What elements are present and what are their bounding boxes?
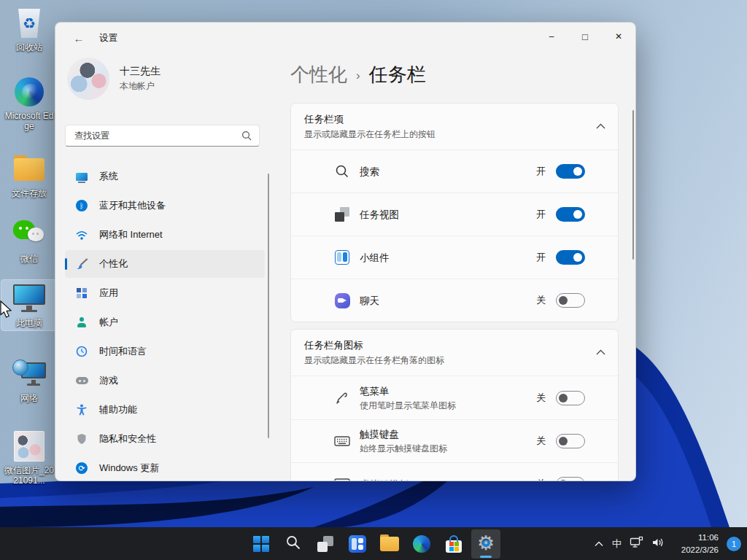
widgets-icon	[333, 250, 351, 265]
titlebar[interactable]: ← 设置 – □ ✕	[55, 23, 635, 53]
user-name: 十三先生	[120, 65, 160, 78]
sidebar-item-network[interactable]: 网络和 Internet	[65, 221, 265, 249]
toggle-state-label: 关	[536, 392, 546, 405]
microsoft-store-button[interactable]	[439, 529, 468, 559]
section-taskbar-items: 任务栏项 显示或隐藏显示在任务栏上的按钮 搜索 开 任务视图 开 小组件 开	[290, 103, 619, 322]
row-chat: 聊天 关	[291, 279, 618, 322]
taskbar-search-button[interactable]	[279, 529, 308, 559]
desktop-icon-label: 文件存放	[3, 188, 55, 198]
accessibility-icon	[75, 403, 88, 416]
sidebar-item-personalization[interactable]: 个性化	[65, 250, 265, 278]
task-view-button[interactable]	[311, 529, 340, 559]
desktop-icon-network[interactable]: 网络	[1, 355, 57, 405]
close-button[interactable]: ✕	[602, 23, 635, 50]
breadcrumb-parent[interactable]: 个性化	[290, 62, 347, 88]
back-button[interactable]: ←	[67, 27, 90, 49]
sidebar-item-apps[interactable]: 应用	[65, 279, 265, 307]
gear-icon: ⚙	[475, 533, 497, 555]
windows-logo-icon	[253, 536, 269, 552]
volume-icon[interactable]	[651, 537, 665, 551]
section-title: 任务栏角图标	[304, 339, 596, 352]
widgets-button[interactable]	[343, 529, 372, 559]
virtual-touchpad-toggle[interactable]	[556, 477, 585, 481]
toggle-state-label: 开	[536, 251, 546, 264]
pen-menu-toggle[interactable]	[556, 391, 585, 405]
start-button[interactable]	[247, 529, 276, 559]
minimize-button[interactable]: –	[535, 23, 568, 50]
section-header[interactable]: 任务栏角图标 显示或隐藏显示在任务栏角落的图标	[291, 330, 618, 376]
search-input[interactable]	[66, 131, 241, 141]
toggle-state-label: 开	[536, 165, 546, 178]
accounts-icon	[75, 316, 88, 329]
folder-icon	[14, 158, 44, 181]
sidebar-item-bluetooth[interactable]: ᛒ 蓝牙和其他设备	[65, 192, 265, 219]
mouse-cursor	[0, 300, 13, 319]
sidebar-item-system[interactable]: 系统	[65, 163, 265, 190]
sidebar-item-time-language[interactable]: 时间和语言	[65, 338, 265, 365]
notification-badge[interactable]: 1	[727, 537, 741, 551]
sidebar-item-accounts[interactable]: 帐户	[65, 308, 265, 336]
row-search: 搜索 开	[291, 149, 618, 192]
shield-icon	[75, 432, 88, 446]
chevron-up-icon[interactable]	[596, 345, 605, 358]
edge-button[interactable]	[407, 529, 436, 559]
edge-icon	[413, 535, 430, 553]
toggle-state-label: 关	[536, 478, 546, 481]
taskbar-clock[interactable]: 11:06 2022/3/26	[673, 532, 719, 555]
desktop-icon-label: 此电脑	[3, 318, 55, 328]
desktop-icon-label: 微信	[3, 254, 55, 264]
settings-button[interactable]: ⚙	[471, 529, 500, 559]
task-view-toggle[interactable]	[556, 207, 585, 222]
row-widgets: 小组件 开	[291, 236, 618, 279]
row-virtual-touchpad: 虚拟触摸板 关	[291, 462, 618, 481]
chat-toggle[interactable]	[556, 293, 585, 308]
keyboard-icon	[333, 435, 351, 448]
desktop-icon-recycle-bin[interactable]: ♻ 回收站	[1, 4, 57, 55]
sidebar-item-gaming[interactable]: 游戏	[65, 367, 265, 394]
system-icon	[75, 170, 88, 183]
maximize-icon: □	[582, 31, 588, 42]
sidebar-item-windows-update[interactable]: ⟳ Windows 更新	[65, 454, 265, 481]
settings-search[interactable]	[65, 125, 260, 147]
file-explorer-button[interactable]	[375, 529, 404, 559]
touch-keyboard-toggle[interactable]	[556, 434, 585, 448]
ethernet-icon[interactable]	[630, 536, 643, 551]
search-icon	[241, 131, 252, 141]
maximize-button[interactable]: □	[568, 23, 602, 50]
chevron-up-icon[interactable]	[596, 119, 605, 132]
close-icon: ✕	[615, 31, 622, 42]
search-toggle[interactable]	[556, 164, 585, 179]
sidebar-item-accessibility[interactable]: 辅助功能	[65, 396, 265, 424]
content-scrollbar[interactable]	[632, 110, 634, 260]
toggle-state-label: 关	[536, 294, 546, 307]
user-profile[interactable]: 十三先生 本地帐户	[67, 58, 160, 100]
ime-indicator[interactable]: 中	[612, 537, 622, 551]
desktop-icon-wechat-image[interactable]: 微信图片_2021091...	[1, 427, 57, 489]
desktop-icon-wechat[interactable]: 微信	[1, 216, 57, 266]
desktop-icon-label: 微信图片_2021091...	[3, 465, 55, 486]
toggle-state-label: 开	[536, 208, 546, 221]
desktop-icon-label: 网络	[3, 393, 55, 403]
user-account-type: 本地帐户	[120, 80, 160, 93]
widgets-toggle[interactable]	[556, 250, 585, 265]
personalization-icon	[75, 257, 88, 271]
tray-chevron-up-icon[interactable]	[594, 537, 604, 551]
avatar	[67, 58, 109, 100]
task-view-icon	[317, 536, 333, 552]
section-header[interactable]: 任务栏项 显示或隐藏显示在任务栏上的按钮	[291, 104, 618, 149]
network-icon	[12, 359, 46, 389]
sidebar-scrollbar[interactable]	[268, 174, 269, 438]
edge-icon	[15, 77, 44, 106]
desktop-icon-label: Microsoft Edge	[3, 111, 55, 132]
section-title: 任务栏项	[304, 113, 596, 126]
clock-icon	[75, 345, 88, 358]
desktop-icon-folder[interactable]: 文件存放	[1, 150, 57, 201]
gamepad-icon	[75, 374, 88, 387]
desktop-icon-edge[interactable]: Microsoft Edge	[1, 73, 57, 134]
sidebar-nav: 系统 ᛒ 蓝牙和其他设备 网络和 Internet 个性化 应用 帐户	[65, 163, 265, 481]
settings-window: ← 设置 – □ ✕ 十三先生 本地帐户 系统 ᛒ 蓝牙和其他设备	[55, 22, 636, 481]
sidebar-item-privacy[interactable]: 隐私和安全性	[65, 425, 265, 453]
row-pen-menu: 笔菜单 使用笔时显示笔菜单图标 关	[291, 376, 618, 419]
store-icon	[445, 535, 462, 553]
desktop-icon-label: 回收站	[3, 42, 55, 52]
